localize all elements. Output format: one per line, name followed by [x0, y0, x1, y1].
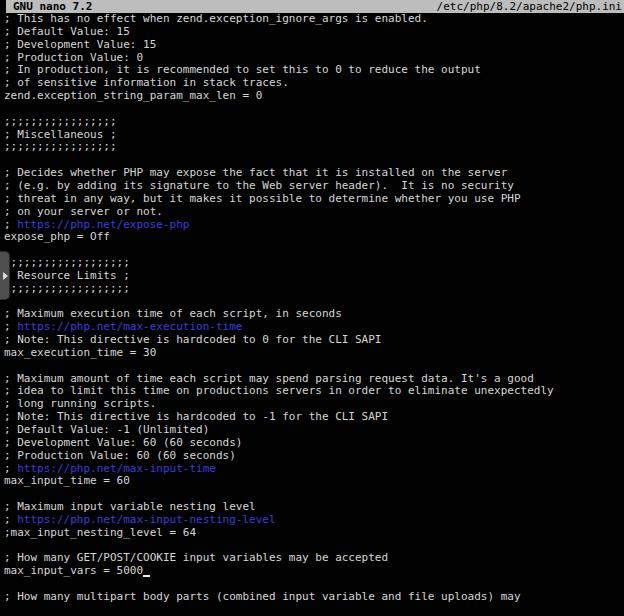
line-text: ; Production Value: 0 — [4, 51, 143, 64]
line-text: ; of sensitive information in stack trac… — [4, 76, 289, 89]
line-text: ; In production, it is recommended to se… — [4, 63, 481, 76]
editor-line: expose_php = Off — [4, 231, 624, 244]
editor-line: zend.exception_string_param_max_len = 0 — [4, 90, 624, 103]
line-text: ; Default Value: -1 (Unlimited) — [4, 423, 209, 436]
line-text: ; How many multipart body parts (combine… — [4, 590, 521, 603]
editor-line: ;max_input_nesting_level = 64 — [4, 527, 624, 540]
line-text: ;max_input_nesting_level = 64 — [4, 526, 196, 539]
line-text: ;;;;;;;;;;;;;;;;; — [4, 140, 117, 153]
line-text: ; long running scripts. — [4, 397, 156, 410]
line-text: ; Maximum amount of time each script may… — [4, 372, 534, 385]
line-text: ; Development Value: 60 (60 seconds) — [4, 436, 242, 449]
line-text: ; idea to limit this time on productions… — [4, 384, 554, 397]
line-text: ;;;;;;;;;;;;;;;;;;; — [4, 256, 130, 269]
line-text: ; Maximum input variable nesting level — [4, 500, 256, 513]
url-text: https://php.net/expose-php — [17, 218, 189, 231]
line-text: ;;;;;;;;;;;;;;;;; — [4, 115, 117, 128]
line-text: ; Production Value: 60 (60 seconds) — [4, 449, 236, 462]
line-text: ; Default Value: 15 — [4, 25, 130, 38]
file-path-label: /etc/php/8.2/apache2/php.ini — [437, 0, 622, 13]
line-text: ; threat in any way, but it makes it pos… — [4, 192, 521, 205]
line-text: max_input_vars = 5000 — [4, 564, 143, 577]
line-text: ; Note: This directive is hardcoded to 0… — [4, 333, 382, 346]
editor-line: max_input_vars = 5000 — [4, 565, 624, 578]
editor-line: ;;;;;;;;;;;;;;;;;;; — [4, 283, 624, 296]
line-text: ; — [4, 462, 17, 475]
left-edge-handle[interactable] — [0, 251, 10, 300]
line-text: ; (e.g. by adding its signature to the W… — [4, 179, 514, 192]
line-text: ; Resource Limits ; — [4, 269, 130, 282]
line-text: ; — [4, 320, 17, 333]
url-text: https://php.net/max-input-nesting-level — [17, 513, 275, 526]
line-text: ; How many GET/POST/COOKIE input variabl… — [4, 551, 388, 564]
editor-line: ;;;;;;;;;;;;;;;;; — [4, 141, 624, 154]
line-text: ; Maximum execution time of each script,… — [4, 307, 342, 320]
editor-line: max_execution_time = 30 — [4, 347, 624, 360]
line-text: max_execution_time = 30 — [4, 346, 156, 359]
url-text: https://php.net/max-input-time — [17, 462, 216, 475]
line-text: ; — [4, 513, 17, 526]
line-text: ; Note: This directive is hardcoded to -… — [4, 410, 388, 423]
line-text: ;;;;;;;;;;;;;;;;;;; — [4, 282, 130, 295]
editor-line: max_input_time = 60 — [4, 475, 624, 488]
line-text: ; This has no effect when zend.exception… — [4, 12, 428, 25]
line-text: ; — [4, 218, 17, 231]
chevron-right-icon — [3, 272, 8, 280]
line-text: zend.exception_string_param_max_len = 0 — [4, 89, 262, 102]
terminal-window: GNU nano 7.2 /etc/php/8.2/apache2/php.in… — [0, 0, 624, 616]
line-text: expose_php = Off — [4, 230, 110, 243]
line-text: max_input_time = 60 — [4, 474, 130, 487]
line-text: ; Decides whether PHP may expose the fac… — [4, 166, 507, 179]
line-text: ; Miscellaneous ; — [4, 128, 117, 141]
text-cursor — [143, 566, 150, 577]
line-text: ; Development Value: 15 — [4, 38, 156, 51]
line-text: ; on your server or not. — [4, 205, 163, 218]
editor-content[interactable]: ; This has no effect when zend.exception… — [0, 13, 624, 616]
editor-line: ; How many multipart body parts (combine… — [4, 591, 624, 604]
url-text: https://php.net/max-execution-time — [17, 320, 242, 333]
